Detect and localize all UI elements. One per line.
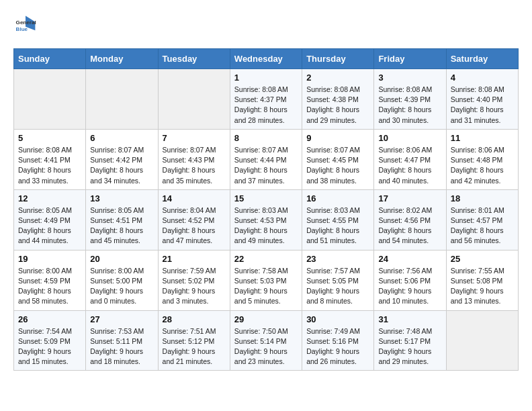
weekday-header-friday: Friday: [374, 49, 446, 69]
calendar-cell: 26Sunrise: 7:54 AM Sunset: 5:09 PM Dayli…: [14, 310, 86, 371]
day-number: 23: [306, 254, 369, 264]
calendar-cell: 23Sunrise: 7:57 AM Sunset: 5:05 PM Dayli…: [302, 250, 374, 310]
day-number: 26: [18, 314, 81, 324]
day-info: Sunrise: 8:07 AM Sunset: 4:42 PM Dayligh…: [90, 145, 153, 186]
day-info: Sunrise: 8:08 AM Sunset: 4:41 PM Dayligh…: [18, 145, 81, 186]
day-info: Sunrise: 8:07 AM Sunset: 4:43 PM Dayligh…: [163, 145, 226, 186]
calendar-cell: 30Sunrise: 7:49 AM Sunset: 5:16 PM Dayli…: [302, 310, 374, 371]
weekday-header-thursday: Thursday: [302, 49, 374, 69]
calendar-cell: 12Sunrise: 8:05 AM Sunset: 4:49 PM Dayli…: [14, 189, 86, 250]
calendar-cell: 16Sunrise: 8:03 AM Sunset: 4:55 PM Dayli…: [302, 189, 374, 250]
day-info: Sunrise: 8:08 AM Sunset: 4:39 PM Dayligh…: [378, 85, 441, 126]
calendar-cell: 6Sunrise: 8:07 AM Sunset: 4:42 PM Daylig…: [86, 129, 158, 189]
day-number: 19: [18, 254, 81, 264]
day-info: Sunrise: 7:55 AM Sunset: 5:08 PM Dayligh…: [451, 266, 514, 307]
day-info: Sunrise: 7:54 AM Sunset: 5:09 PM Dayligh…: [18, 326, 81, 367]
calendar-table: SundayMondayTuesdayWednesdayThursdayFrid…: [13, 48, 519, 371]
day-number: 4: [451, 73, 514, 83]
day-info: Sunrise: 8:07 AM Sunset: 4:44 PM Dayligh…: [234, 145, 298, 186]
day-info: Sunrise: 8:06 AM Sunset: 4:47 PM Dayligh…: [378, 145, 441, 186]
calendar-cell: 24Sunrise: 7:56 AM Sunset: 5:06 PM Dayli…: [374, 250, 446, 310]
day-number: 17: [378, 193, 441, 203]
day-info: Sunrise: 8:00 AM Sunset: 5:00 PM Dayligh…: [90, 266, 153, 307]
calendar-cell: 18Sunrise: 8:01 AM Sunset: 4:57 PM Dayli…: [446, 189, 518, 250]
day-number: 12: [18, 193, 81, 203]
calendar-week-1: 1Sunrise: 8:08 AM Sunset: 4:37 PM Daylig…: [14, 69, 519, 130]
day-number: 5: [18, 133, 81, 143]
day-info: Sunrise: 7:59 AM Sunset: 5:02 PM Dayligh…: [163, 266, 226, 307]
calendar-cell: 25Sunrise: 7:55 AM Sunset: 5:08 PM Dayli…: [446, 250, 518, 310]
calendar-cell: 21Sunrise: 7:59 AM Sunset: 5:02 PM Dayli…: [158, 250, 230, 310]
weekday-header-saturday: Saturday: [446, 49, 518, 69]
day-number: 16: [306, 193, 369, 203]
day-number: 28: [163, 314, 226, 324]
day-info: Sunrise: 8:03 AM Sunset: 4:55 PM Dayligh…: [306, 205, 369, 246]
day-info: Sunrise: 8:05 AM Sunset: 4:49 PM Dayligh…: [18, 205, 81, 246]
logo: General Blue: [13, 13, 38, 38]
calendar-week-2: 5Sunrise: 8:08 AM Sunset: 4:41 PM Daylig…: [14, 129, 519, 189]
weekday-header-tuesday: Tuesday: [158, 49, 230, 69]
day-info: Sunrise: 7:49 AM Sunset: 5:16 PM Dayligh…: [306, 326, 369, 367]
day-number: 25: [451, 254, 514, 264]
calendar-cell: 27Sunrise: 7:53 AM Sunset: 5:11 PM Dayli…: [86, 310, 158, 371]
calendar-cell: 13Sunrise: 8:05 AM Sunset: 4:51 PM Dayli…: [86, 189, 158, 250]
day-info: Sunrise: 7:50 AM Sunset: 5:14 PM Dayligh…: [234, 326, 298, 367]
day-info: Sunrise: 7:51 AM Sunset: 5:12 PM Dayligh…: [163, 326, 226, 367]
calendar-cell: 14Sunrise: 8:04 AM Sunset: 4:52 PM Dayli…: [158, 189, 230, 250]
page-header: General Blue: [13, 13, 519, 38]
calendar-cell: 1Sunrise: 8:08 AM Sunset: 4:37 PM Daylig…: [230, 69, 302, 130]
day-info: Sunrise: 8:03 AM Sunset: 4:53 PM Dayligh…: [234, 205, 298, 246]
day-info: Sunrise: 8:05 AM Sunset: 4:51 PM Dayligh…: [90, 205, 153, 246]
day-info: Sunrise: 7:53 AM Sunset: 5:11 PM Dayligh…: [90, 326, 153, 367]
day-info: Sunrise: 8:00 AM Sunset: 4:59 PM Dayligh…: [18, 266, 81, 307]
calendar-cell: 7Sunrise: 8:07 AM Sunset: 4:43 PM Daylig…: [158, 129, 230, 189]
calendar-cell: 9Sunrise: 8:07 AM Sunset: 4:45 PM Daylig…: [302, 129, 374, 189]
day-number: 11: [451, 133, 514, 143]
day-number: 9: [306, 133, 369, 143]
day-number: 21: [163, 254, 226, 264]
calendar-cell: 10Sunrise: 8:06 AM Sunset: 4:47 PM Dayli…: [374, 129, 446, 189]
day-number: 29: [234, 314, 298, 324]
weekday-header-wednesday: Wednesday: [230, 49, 302, 69]
day-number: 30: [306, 314, 369, 324]
calendar-cell: 8Sunrise: 8:07 AM Sunset: 4:44 PM Daylig…: [230, 129, 302, 189]
day-number: 8: [234, 133, 298, 143]
day-info: Sunrise: 8:04 AM Sunset: 4:52 PM Dayligh…: [163, 205, 226, 246]
calendar-cell: 29Sunrise: 7:50 AM Sunset: 5:14 PM Dayli…: [230, 310, 302, 371]
calendar-header-row: SundayMondayTuesdayWednesdayThursdayFrid…: [14, 49, 519, 69]
day-info: Sunrise: 8:06 AM Sunset: 4:48 PM Dayligh…: [451, 145, 514, 186]
calendar-cell: 20Sunrise: 8:00 AM Sunset: 5:00 PM Dayli…: [86, 250, 158, 310]
calendar-cell: 31Sunrise: 7:48 AM Sunset: 5:17 PM Dayli…: [374, 310, 446, 371]
weekday-header-sunday: Sunday: [14, 49, 86, 69]
day-info: Sunrise: 8:02 AM Sunset: 4:56 PM Dayligh…: [378, 205, 441, 246]
day-number: 15: [234, 193, 298, 203]
day-info: Sunrise: 8:08 AM Sunset: 4:37 PM Dayligh…: [234, 85, 298, 126]
day-number: 10: [378, 133, 441, 143]
day-info: Sunrise: 7:57 AM Sunset: 5:05 PM Dayligh…: [306, 266, 369, 307]
day-info: Sunrise: 7:56 AM Sunset: 5:06 PM Dayligh…: [378, 266, 441, 307]
calendar-cell: 22Sunrise: 7:58 AM Sunset: 5:03 PM Dayli…: [230, 250, 302, 310]
day-info: Sunrise: 7:48 AM Sunset: 5:17 PM Dayligh…: [378, 326, 441, 367]
logo-icon: General Blue: [13, 13, 38, 38]
day-number: 7: [163, 133, 226, 143]
calendar-cell: 3Sunrise: 8:08 AM Sunset: 4:39 PM Daylig…: [374, 69, 446, 130]
calendar-cell: 2Sunrise: 8:08 AM Sunset: 4:38 PM Daylig…: [302, 69, 374, 130]
calendar-cell: [446, 310, 518, 371]
day-number: 13: [90, 193, 153, 203]
day-info: Sunrise: 8:08 AM Sunset: 4:40 PM Dayligh…: [451, 85, 514, 126]
calendar-cell: [158, 69, 230, 130]
calendar-cell: [14, 69, 86, 130]
day-number: 2: [306, 73, 369, 83]
day-number: 24: [378, 254, 441, 264]
day-number: 14: [163, 193, 226, 203]
day-info: Sunrise: 8:08 AM Sunset: 4:38 PM Dayligh…: [306, 85, 369, 126]
calendar-week-3: 12Sunrise: 8:05 AM Sunset: 4:49 PM Dayli…: [14, 189, 519, 250]
day-info: Sunrise: 8:07 AM Sunset: 4:45 PM Dayligh…: [306, 145, 369, 186]
weekday-header-monday: Monday: [86, 49, 158, 69]
day-number: 20: [90, 254, 153, 264]
day-number: 6: [90, 133, 153, 143]
calendar-cell: 19Sunrise: 8:00 AM Sunset: 4:59 PM Dayli…: [14, 250, 86, 310]
day-number: 3: [378, 73, 441, 83]
day-number: 31: [378, 314, 441, 324]
day-number: 27: [90, 314, 153, 324]
